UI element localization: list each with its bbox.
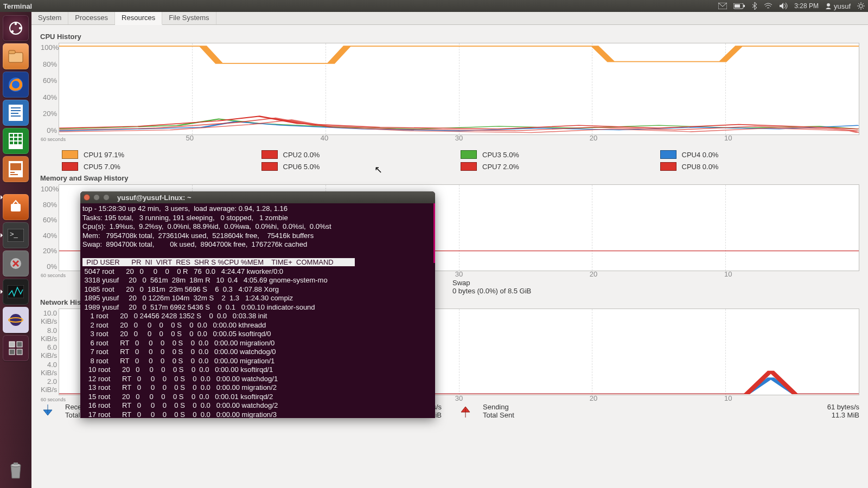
gear-icon[interactable] [857, 2, 865, 10]
cursor-icon: ↖ [374, 164, 382, 176]
top-panel: Terminal 3:28 PM yusuf [0, 0, 868, 12]
cpu-legend-item[interactable]: CPU6 5.0% [261, 162, 461, 171]
cpu-legend: CPU1 97.1% CPU2 0.0% CPU3 5.0% CPU4 0.0%… [62, 150, 859, 171]
active-app-title: Terminal [3, 2, 32, 10]
cpu-chart: 100%80%60%40%20%0% 60 seconds 5040302010 [59, 43, 859, 135]
launcher-indicator-icon [3, 184, 29, 192]
svg-rect-38 [10, 163, 21, 170]
maximize-icon[interactable] [103, 194, 110, 201]
svg-rect-35 [14, 142, 17, 144]
svg-rect-31 [10, 138, 13, 140]
unity-launcher: >_ [0, 12, 31, 488]
minimize-icon[interactable] [93, 194, 100, 201]
tab-system[interactable]: System [31, 12, 68, 24]
svg-rect-3 [735, 4, 740, 8]
svg-rect-26 [11, 115, 21, 117]
volume-icon[interactable] [779, 2, 788, 10]
download-arrow-icon [40, 403, 55, 419]
tab-processes[interactable]: Processes [68, 12, 115, 24]
settings-icon[interactable] [3, 251, 29, 277]
cpu-legend-item[interactable]: CPU5 7.0% [62, 162, 261, 171]
svg-rect-34 [10, 142, 13, 144]
scroll-indicator [433, 203, 435, 263]
svg-rect-19 [9, 50, 15, 54]
svg-rect-49 [17, 342, 22, 347]
terminal-output[interactable]: top - 15:28:30 up 42 min, 3 users, load … [80, 203, 435, 418]
svg-rect-53 [14, 463, 18, 465]
terminal-window[interactable]: yusuf@yusuf-Linux: ~ top - 15:28:30 up 4… [80, 191, 435, 418]
tab-filesystems[interactable]: File Systems [162, 12, 216, 24]
svg-text:>_: >_ [10, 230, 18, 238]
svg-rect-29 [14, 134, 17, 137]
terminal-launcher-icon[interactable]: >_ [3, 222, 29, 248]
svg-rect-18 [9, 53, 23, 62]
terminal-title: yusuf@yusuf-Linux: ~ [117, 194, 192, 202]
tab-bar: System Processes Resources File Systems [31, 12, 868, 25]
svg-line-12 [858, 8, 859, 9]
wifi-icon[interactable] [764, 3, 773, 9]
firefox-icon[interactable] [3, 72, 29, 98]
cpu-legend-item[interactable]: CPU2 0.0% [261, 150, 461, 159]
cpu-legend-item[interactable]: CPU3 5.0% [461, 150, 660, 159]
svg-rect-50 [9, 349, 15, 355]
cpu-legend-item[interactable]: CPU7 2.0% [461, 162, 660, 171]
terminal-titlebar[interactable]: yusuf@yusuf-Linux: ~ [80, 191, 435, 203]
svg-rect-28 [10, 134, 13, 137]
system-monitor-launcher-icon[interactable] [3, 279, 29, 305]
svg-line-13 [863, 3, 864, 4]
svg-rect-2 [743, 5, 745, 7]
svg-rect-33 [18, 138, 22, 140]
cpu-x-axis: 5040302010 [59, 134, 859, 142]
calc-icon[interactable] [3, 128, 29, 154]
svg-point-16 [19, 27, 21, 29]
svg-rect-48 [9, 342, 15, 347]
swap-legend[interactable]: Swap 0 bytes (0.0%) of 8.5 GiB [452, 279, 531, 295]
bluetooth-icon[interactable] [752, 2, 757, 10]
svg-point-21 [12, 81, 20, 88]
cpu-y-axis: 100%80%60%40%20%0% [41, 43, 57, 134]
cpu-history-title: CPU History [40, 33, 859, 41]
cpu-legend-item[interactable]: CPU1 97.1% [62, 150, 261, 159]
svg-point-5 [859, 4, 863, 8]
svg-rect-51 [17, 349, 22, 355]
svg-rect-41 [11, 204, 21, 211]
close-icon[interactable] [84, 194, 90, 201]
svg-point-46 [10, 314, 22, 326]
svg-rect-40 [10, 174, 18, 175]
svg-line-11 [863, 8, 864, 9]
impress-icon[interactable] [3, 156, 29, 182]
mail-icon[interactable] [718, 3, 727, 9]
upload-arrow-icon [458, 403, 473, 419]
svg-rect-23 [11, 107, 21, 108]
tab-resources[interactable]: Resources [115, 12, 162, 25]
workspace-switcher-icon[interactable] [3, 335, 29, 361]
svg-point-4 [827, 3, 830, 7]
dash-icon[interactable] [3, 15, 29, 41]
svg-rect-32 [14, 138, 17, 140]
battery-icon[interactable] [733, 3, 745, 9]
svg-point-15 [15, 23, 17, 25]
cpu-legend-item[interactable]: CPU4 0.0% [660, 150, 860, 159]
net-sending: Sending61 bytes/s Total Sent11.3 MiB [458, 403, 859, 419]
writer-icon[interactable] [3, 100, 29, 126]
svg-rect-36 [18, 142, 22, 144]
svg-line-10 [858, 3, 859, 4]
svg-rect-25 [11, 113, 18, 114]
user-menu[interactable]: yusuf [825, 2, 851, 10]
svg-rect-39 [10, 172, 15, 173]
mem-history-title: Memory and Swap History [40, 174, 859, 182]
eclipse-icon[interactable] [3, 307, 29, 333]
cpu-legend-item[interactable]: CPU8 0.0% [660, 162, 860, 171]
files-icon[interactable] [3, 43, 29, 69]
clock[interactable]: 3:28 PM [794, 2, 819, 10]
svg-rect-24 [11, 110, 21, 111]
software-center-icon[interactable] [3, 194, 29, 220]
svg-rect-30 [18, 134, 22, 137]
trash-icon[interactable] [3, 457, 29, 483]
svg-point-17 [11, 30, 14, 33]
